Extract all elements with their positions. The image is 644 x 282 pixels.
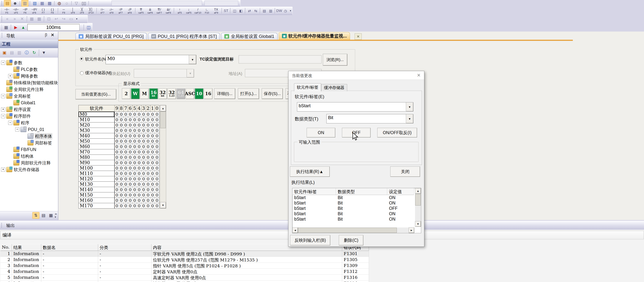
bit-value-cell[interactable]: 0 bbox=[155, 192, 159, 198]
device-label-combo[interactable]: bStart ▼ bbox=[297, 102, 413, 112]
bit-value-cell[interactable]: 0 bbox=[146, 112, 150, 117]
vscrollbar-thumb[interactable] bbox=[415, 194, 421, 206]
expand-icon[interactable]: + bbox=[1, 107, 5, 112]
result-row[interactable]: bStartBitOFF bbox=[292, 206, 421, 211]
bit-value-cell[interactable]: 0 bbox=[124, 128, 128, 133]
bit-value-cell[interactable]: 0 bbox=[150, 171, 155, 176]
copy-data-icon[interactable]: ▤ bbox=[8, 49, 15, 56]
buffer-memory-radio[interactable] bbox=[80, 71, 84, 75]
result-column-header[interactable]: 数据类型 bbox=[336, 188, 387, 195]
bit-value-cell[interactable]: 0 bbox=[142, 155, 146, 160]
detail-button[interactable]: 详细(I)... bbox=[214, 88, 235, 99]
output-column-header[interactable]: 分类 bbox=[98, 244, 152, 251]
device-row-name[interactable]: M90 bbox=[78, 160, 115, 165]
bit-value-cell[interactable]: 0 bbox=[124, 149, 128, 155]
device-row-name[interactable]: M10 bbox=[78, 117, 115, 123]
bit-value-cell[interactable]: 0 bbox=[124, 165, 128, 171]
result-row[interactable]: bStartBitON bbox=[292, 195, 421, 200]
scroll-up-button[interactable]: ▲ bbox=[160, 105, 166, 112]
bit-value-cell[interactable]: 0 bbox=[150, 128, 155, 133]
bit-value-cell[interactable]: 0 bbox=[119, 128, 124, 133]
bit-value-cell[interactable]: 0 bbox=[119, 144, 124, 149]
format-word-button[interactable]: W bbox=[131, 88, 140, 99]
device-list-icon[interactable]: ⇆ bbox=[252, 7, 259, 14]
bit-value-cell[interactable]: 0 bbox=[119, 117, 124, 123]
tab-device-label[interactable]: 软元件/标签 bbox=[294, 83, 321, 91]
bit-value-cell[interactable]: 0 bbox=[124, 198, 128, 203]
bit-value-cell[interactable]: 0 bbox=[132, 192, 137, 198]
sort-menu-icon[interactable]: ▼ bbox=[40, 49, 47, 56]
bit-value-cell[interactable]: 0 bbox=[142, 165, 146, 171]
output-row[interactable]: 5Information--高速定时器 VAR用 使用0点F1316 bbox=[0, 275, 369, 281]
bit-value-cell[interactable]: 0 bbox=[124, 123, 128, 128]
bit-value-cell[interactable]: 0 bbox=[132, 112, 137, 117]
bit-value-cell[interactable]: 0 bbox=[128, 165, 132, 171]
output-table[interactable]: 1Information--字软元件 VAR用 使用2点 (范围 D998 - … bbox=[0, 251, 369, 282]
bit-value-cell[interactable]: 0 bbox=[124, 112, 128, 117]
format-32real-button[interactable]: 321.23 bbox=[168, 88, 176, 99]
user-library-icon[interactable]: ▤ bbox=[40, 212, 47, 219]
toolbar-grip[interactable] bbox=[1, 16, 3, 21]
output-column-header[interactable]: 结果 bbox=[12, 244, 41, 251]
bit-value-cell[interactable]: 0 bbox=[142, 128, 146, 133]
inline-st-icon[interactable]: ST bbox=[223, 7, 229, 14]
tree-item-2[interactable]: +网络参数 bbox=[0, 73, 58, 79]
device-row-name[interactable]: M80 bbox=[78, 155, 115, 160]
pin-icon[interactable]: 卩 bbox=[43, 33, 47, 38]
ladder-cF9-button[interactable]: ╳cF9 bbox=[77, 7, 86, 15]
bit-value-cell[interactable]: 0 bbox=[124, 171, 128, 176]
nav-grip[interactable] bbox=[1, 33, 3, 38]
device-row-name[interactable]: M0 bbox=[78, 112, 115, 117]
bit-value-cell[interactable]: 0 bbox=[137, 171, 142, 176]
bit-value-cell[interactable]: 0 bbox=[146, 133, 150, 139]
bit-value-cell[interactable]: 0 bbox=[119, 149, 124, 155]
refresh-icon[interactable]: ↻ bbox=[31, 49, 38, 56]
ladder-cF10-button[interactable]: ╳│cF10 bbox=[86, 7, 96, 15]
screenshot-icon[interactable]: ⊡ bbox=[46, 16, 52, 22]
dialog-close-button[interactable]: 关闭 bbox=[390, 166, 420, 177]
bit-value-cell[interactable]: 0 bbox=[146, 123, 150, 128]
device-row-name[interactable]: M30 bbox=[78, 128, 115, 133]
reflect-to-input-button[interactable]: 反映到输入栏(B) bbox=[290, 235, 330, 246]
bit-value-cell[interactable]: 0 bbox=[119, 133, 124, 139]
device-row-name[interactable]: M50 bbox=[78, 139, 115, 144]
bit-value-cell[interactable]: 0 bbox=[128, 160, 132, 165]
filter-icon[interactable]: ▽ bbox=[73, 0, 80, 6]
bit-value-cell[interactable]: 0 bbox=[119, 198, 124, 203]
globe-icon[interactable]: ◍ bbox=[56, 0, 63, 6]
bit-value-cell[interactable]: 0 bbox=[124, 187, 128, 192]
bit-value-cell[interactable]: 0 bbox=[142, 192, 146, 198]
bit-value-cell[interactable]: 0 bbox=[146, 192, 150, 198]
bit-value-cell[interactable]: 0 bbox=[132, 171, 137, 176]
grid-icon[interactable]: ▦ bbox=[39, 0, 46, 6]
tab-4[interactable]: ▦软元件/缓冲存储器批量监视... bbox=[279, 32, 350, 40]
bit-value-cell[interactable]: 0 bbox=[137, 155, 142, 160]
bit-value-cell[interactable]: 0 bbox=[142, 160, 146, 165]
bit-value-cell[interactable]: 0 bbox=[115, 198, 119, 203]
bit-value-cell[interactable]: 0 bbox=[150, 176, 155, 182]
device-row-name[interactable]: M170 bbox=[78, 203, 115, 209]
bit-value-cell[interactable]: 0 bbox=[124, 160, 128, 165]
columns-icon[interactable]: ▯▯ bbox=[80, 0, 87, 6]
bit-value-cell[interactable]: 0 bbox=[132, 117, 137, 123]
data-property-icon[interactable]: ⓘ bbox=[24, 49, 30, 56]
bit-value-cell[interactable]: 0 bbox=[115, 139, 119, 144]
bit-value-cell[interactable]: 0 bbox=[115, 165, 119, 171]
bit-value-cell[interactable]: 0 bbox=[124, 133, 128, 139]
bit-value-cell[interactable]: 0 bbox=[128, 144, 132, 149]
device-row-name[interactable]: M70 bbox=[78, 149, 115, 155]
find-icon[interactable]: ◌ bbox=[64, 0, 70, 6]
tree-item-14[interactable]: −结构体 bbox=[0, 153, 58, 159]
bit-value-cell[interactable]: 0 bbox=[128, 133, 132, 139]
scan-time-icon[interactable]: ◷ bbox=[282, 7, 289, 14]
result-hscrollbar[interactable]: ◄ ► bbox=[292, 227, 414, 233]
bit-value-cell[interactable]: 0 bbox=[132, 139, 137, 144]
bit-value-cell[interactable]: 0 bbox=[150, 133, 155, 139]
dialog-titlebar[interactable]: 当前值更改 ✕ bbox=[288, 71, 424, 80]
bit-value-cell[interactable]: 0 bbox=[119, 192, 124, 198]
tree-item-16[interactable]: +软元件存储器 bbox=[0, 166, 58, 173]
tab-1[interactable]: ▦局部标签设置 POU_01 [PRG] bbox=[76, 33, 147, 40]
tab-close-button[interactable]: ✕ bbox=[354, 33, 362, 40]
bit-value-cell[interactable]: 0 bbox=[115, 133, 119, 139]
comment-display-icon[interactable]: ◫ bbox=[232, 7, 238, 14]
